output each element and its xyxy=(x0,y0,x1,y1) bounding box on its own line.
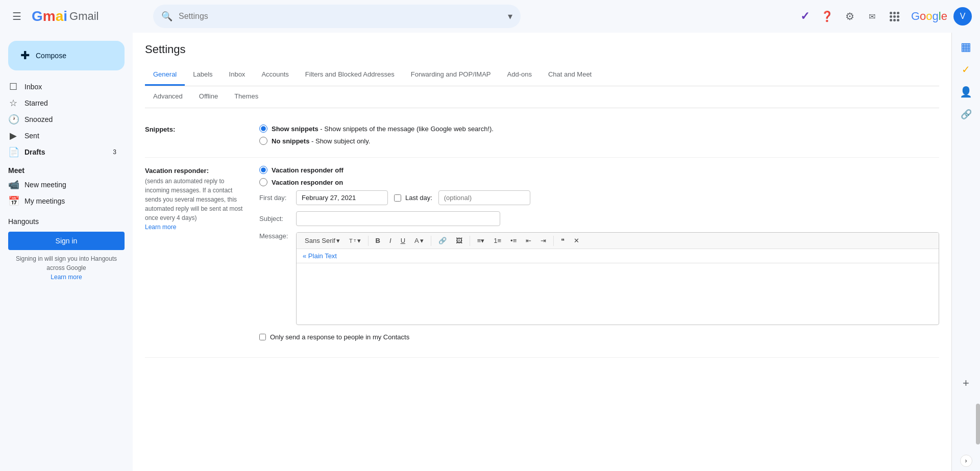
settings-content: Snippets: Show snippets - Show snippets … xyxy=(133,108,951,471)
tab-forwarding[interactable]: Forwarding and POP/IMAP xyxy=(403,64,499,86)
bullet-list-button[interactable]: •≡ xyxy=(506,235,521,246)
apps-icon[interactable] xyxy=(885,6,905,27)
menu-icon[interactable]: ☰ xyxy=(8,6,26,27)
search-input[interactable] xyxy=(179,12,508,21)
underline-button[interactable]: U xyxy=(397,235,409,246)
tasks-icon[interactable]: ✓ xyxy=(795,6,815,27)
last-day-checkbox[interactable] xyxy=(394,194,401,202)
tab-filters[interactable]: Filters and Blocked Addresses xyxy=(297,64,403,86)
video-icon: 📹 xyxy=(8,179,18,190)
compose-button[interactable]: ✚ Compose xyxy=(8,41,125,70)
google-label: Google xyxy=(911,10,947,23)
search-icon: 🔍 xyxy=(161,11,173,22)
hangouts-section: Hangouts Sign in Signing in will sign yo… xyxy=(0,209,133,290)
toolbar-separator-4 xyxy=(553,236,554,246)
avatar[interactable]: V xyxy=(953,7,972,26)
first-day-label: First day: xyxy=(259,194,290,202)
help-icon[interactable]: ❓ xyxy=(817,6,838,27)
no-snippets-radio[interactable] xyxy=(259,137,267,145)
italic-button[interactable]: I xyxy=(385,235,396,246)
vacation-controls: Vacation responder off Vacation responde… xyxy=(259,166,939,349)
tab-general[interactable]: General xyxy=(145,64,185,86)
snippets-controls: Show snippets - Show snippets of the mes… xyxy=(259,125,939,149)
tab-accounts[interactable]: Accounts xyxy=(253,64,297,86)
vacation-learn-more-link[interactable]: Learn more xyxy=(145,224,176,231)
message-textarea[interactable] xyxy=(297,263,939,325)
right-icon-contacts[interactable]: 👤 xyxy=(956,82,976,102)
sidebar-item-label: New meeting xyxy=(24,181,66,189)
vacation-off-option[interactable]: Vacation responder off xyxy=(259,166,939,174)
subject-input[interactable] xyxy=(296,211,500,226)
sidebar-item-label: My meetings xyxy=(24,197,65,205)
show-snippets-option[interactable]: Show snippets - Show snippets of the mes… xyxy=(259,125,939,133)
message-row: Message: Sans Serif ▾ TT ▾ xyxy=(259,232,939,325)
remove-format-button[interactable]: ✕ xyxy=(570,235,583,246)
sidebar-item-new-meeting[interactable]: 📹 New meeting xyxy=(0,177,125,193)
mail-icon[interactable]: ✉ xyxy=(862,6,883,27)
link-button[interactable]: 🔗 xyxy=(434,235,451,246)
sidebar-item-label: Snoozed xyxy=(24,115,53,123)
sent-icon: ▶ xyxy=(8,130,18,141)
tab-chat[interactable]: Chat and Meet xyxy=(540,64,600,86)
sidebar-item-label: Inbox xyxy=(24,83,42,91)
snoozed-icon: 🕐 xyxy=(8,114,18,125)
sidebar-item-inbox[interactable]: ☐ Inbox xyxy=(0,79,125,95)
vacation-off-radio[interactable] xyxy=(259,166,267,174)
vacation-row: Vacation responder: (sends an automated … xyxy=(145,158,939,358)
tab-inbox[interactable]: Inbox xyxy=(221,64,254,86)
font-family-button[interactable]: Sans Serif ▾ xyxy=(301,235,344,246)
hangouts-learn-more-link[interactable]: Learn more xyxy=(51,274,82,281)
message-label: Message: xyxy=(259,232,290,240)
image-button[interactable]: 🖼 xyxy=(452,235,467,246)
align-button[interactable]: ≡▾ xyxy=(473,235,489,246)
plain-text-link[interactable]: « Plain Text xyxy=(297,249,939,263)
indent-more-button[interactable]: ⇥ xyxy=(536,235,550,246)
sidebar-item-snoozed[interactable]: 🕐 Snoozed xyxy=(0,111,125,128)
sidebar-item-sent[interactable]: ▶ Sent xyxy=(0,128,125,144)
right-icon-links[interactable]: 🔗 xyxy=(956,104,976,125)
tab-offline[interactable]: Offline xyxy=(191,86,226,108)
vacation-on-option[interactable]: Vacation responder on xyxy=(259,178,939,186)
font-size-icon: T xyxy=(349,238,353,244)
search-dropdown-icon[interactable]: ▾ xyxy=(508,11,512,22)
main-layout: ✚ Compose ☐ Inbox ☆ Starred 🕐 Snoozed ▶ … xyxy=(0,33,980,471)
settings-tabs-row2: Advanced Offline Themes xyxy=(145,86,939,108)
font-size-dropdown-icon: ▾ xyxy=(357,237,361,244)
vacation-off-label: Vacation responder off xyxy=(272,166,344,174)
only-contacts-checkbox[interactable] xyxy=(259,334,266,340)
font-size-button[interactable]: TT ▾ xyxy=(345,235,365,246)
search-bar[interactable]: 🔍 ▾ xyxy=(153,5,521,28)
sidebar-item-drafts[interactable]: 📄 Drafts 3 xyxy=(0,144,125,160)
snippets-label: Snippets: xyxy=(145,125,247,133)
sidebar-item-starred[interactable]: ☆ Starred xyxy=(0,95,125,111)
right-icon-add[interactable]: + xyxy=(956,373,976,393)
show-snippets-radio[interactable] xyxy=(259,125,267,133)
quote-button[interactable]: ❝ xyxy=(557,235,569,246)
sidebar-item-my-meetings[interactable]: 📅 My meetings xyxy=(0,193,125,209)
topbar-right: ✓ ❓ ⚙ ✉ Google V xyxy=(795,6,972,27)
right-icon-tasks[interactable]: ✓ xyxy=(956,59,976,80)
sidebar-item-label: Starred xyxy=(24,99,48,107)
font-family-label: Sans Serif xyxy=(305,237,335,244)
compose-label: Compose xyxy=(36,52,66,60)
no-snippets-option[interactable]: No snippets - Show subject only. xyxy=(259,137,939,145)
tab-themes[interactable]: Themes xyxy=(226,86,266,108)
first-day-input[interactable] xyxy=(296,190,388,205)
last-day-input[interactable] xyxy=(438,190,530,205)
tab-addons[interactable]: Add-ons xyxy=(499,64,540,86)
text-color-button[interactable]: A▾ xyxy=(410,235,428,246)
tab-advanced[interactable]: Advanced xyxy=(145,86,191,108)
toolbar-separator-3 xyxy=(470,236,470,246)
expand-button[interactable]: › xyxy=(960,455,972,467)
vacation-on-radio[interactable] xyxy=(259,178,267,186)
signin-button[interactable]: Sign in xyxy=(8,232,125,250)
settings-icon[interactable]: ⚙ xyxy=(840,6,860,27)
tab-labels[interactable]: Labels xyxy=(185,64,220,86)
subject-row: Subject: xyxy=(259,211,939,226)
sidebar: ✚ Compose ☐ Inbox ☆ Starred 🕐 Snoozed ▶ … xyxy=(0,33,133,471)
bold-button[interactable]: B xyxy=(372,235,384,246)
right-icon-calendar[interactable]: ▦ xyxy=(956,37,976,57)
numbered-list-button[interactable]: 1≡ xyxy=(489,235,505,246)
last-day-checkbox-label[interactable]: Last day: xyxy=(394,194,432,202)
indent-less-button[interactable]: ⇤ xyxy=(522,235,535,246)
